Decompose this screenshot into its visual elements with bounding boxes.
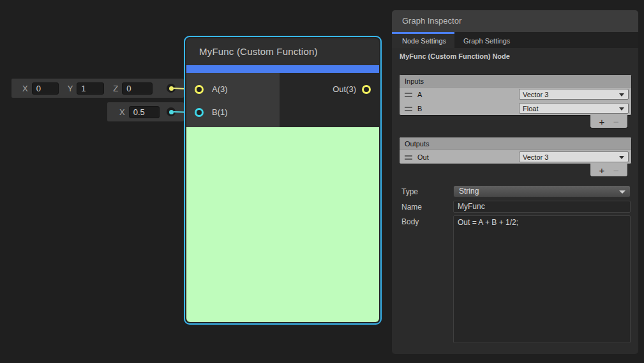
y-field-label: Y <box>68 84 73 93</box>
type-dropdown[interactable]: String <box>453 185 631 197</box>
node-ports-section: A(3) B(1) Out(3) <box>186 73 379 127</box>
port-a-label: A(3) <box>212 82 228 97</box>
custom-function-node[interactable]: MyFunc (Custom Function) A(3) B(1) Out(3… <box>184 36 382 325</box>
add-input-button[interactable]: + <box>599 117 604 127</box>
output-row-out: Out Vector 3 <box>400 150 631 164</box>
float-x-value-field[interactable]: 0.5 <box>129 106 160 118</box>
panel-title: Graph Inspector <box>392 10 638 32</box>
port-b-icon[interactable] <box>195 108 204 117</box>
input-row-b: B Float <box>400 102 631 116</box>
inputs-section-header: Inputs <box>400 75 631 88</box>
drag-handle-icon[interactable] <box>405 93 412 97</box>
port-b-label: B(1) <box>212 105 228 120</box>
z-value-field[interactable]: 0 <box>122 82 153 95</box>
port-out-label: Out(3) <box>333 82 356 97</box>
x-value-field[interactable]: 0 <box>32 82 59 95</box>
outputs-add-remove-strip: + − <box>590 164 628 177</box>
input-a-type-dropdown[interactable]: Vector 3 <box>519 89 629 100</box>
port-out-icon[interactable] <box>362 85 371 94</box>
dropdown-arrow-icon <box>619 190 625 194</box>
body-textarea[interactable]: Out = A + B + 1/2; <box>453 215 631 343</box>
type-dropdown-value: String <box>459 187 479 196</box>
drag-handle-icon[interactable] <box>405 107 412 111</box>
outputs-section: Outputs Out Vector 3 <box>399 137 632 164</box>
body-field-label: Body <box>401 217 419 226</box>
add-output-button[interactable]: + <box>599 166 604 175</box>
outputs-section-header: Outputs <box>400 137 631 150</box>
float-x-field-label: X <box>119 107 125 117</box>
output-out-name: Out <box>417 153 429 161</box>
name-input[interactable]: MyFunc <box>453 201 631 213</box>
inspector-tab-bar: Node Settings Graph Settings <box>392 32 638 48</box>
remove-output-button[interactable]: − <box>613 166 619 175</box>
inputs-add-remove-strip: + − <box>590 115 628 128</box>
input-b-type-value: Float <box>523 105 538 112</box>
inputs-section: Inputs A Vector 3 B Float <box>399 74 632 116</box>
drag-handle-icon[interactable] <box>405 155 412 160</box>
remove-input-button[interactable]: − <box>613 117 619 127</box>
y-value-field[interactable]: 1 <box>77 82 104 95</box>
output-out-type-dropdown[interactable]: Vector 3 <box>519 151 629 162</box>
z-field-label: Z <box>113 84 118 93</box>
output-out-type-value: Vector 3 <box>523 153 548 161</box>
x-field-label: X <box>22 84 28 93</box>
port-a-icon[interactable] <box>195 85 204 94</box>
tab-graph-settings[interactable]: Graph Settings <box>454 32 519 48</box>
vector3-inline-widget: X 0 Y 1 Z 0 <box>11 79 184 98</box>
input-row-a: A Vector 3 <box>400 88 631 102</box>
dropdown-arrow-icon <box>619 156 624 159</box>
node-accent-bar <box>186 65 379 73</box>
graph-inspector-panel: Graph Inspector Node Settings Graph Sett… <box>392 10 638 354</box>
selected-node-label: MyFunc (Custom Function) Node <box>400 52 510 60</box>
dropdown-arrow-icon <box>619 93 624 97</box>
tab-node-settings[interactable]: Node Settings <box>392 32 454 48</box>
dropdown-arrow-icon <box>619 107 624 111</box>
node-preview <box>186 127 379 322</box>
node-title: MyFunc (Custom Function) <box>186 38 379 65</box>
name-field-label: Name <box>401 203 422 212</box>
input-b-name: B <box>417 105 422 112</box>
input-a-name: A <box>417 91 422 98</box>
type-field-label: Type <box>401 187 418 196</box>
input-b-type-dropdown[interactable]: Float <box>519 103 629 114</box>
node-input-column <box>186 73 280 127</box>
input-a-type-value: Vector 3 <box>523 91 548 98</box>
